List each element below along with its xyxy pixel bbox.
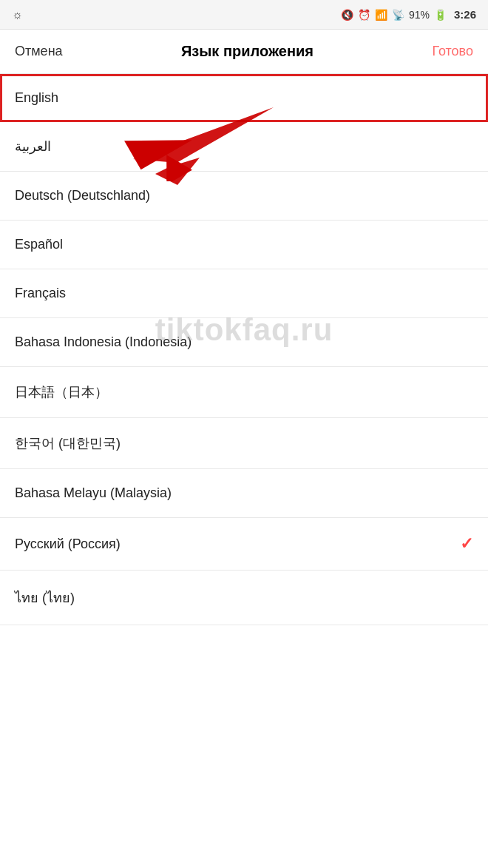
language-name: Bahasa Indonesia (Indonesia) [15, 334, 192, 350]
alarm-icon: ⏰ [358, 9, 370, 21]
status-left: ☼ [12, 8, 23, 21]
language-item[interactable]: 한국어 (대한민국) [0, 418, 488, 469]
language-item[interactable]: Русский (Россия)✓ [0, 518, 488, 571]
language-name: English [15, 90, 58, 106]
language-name: Русский (Россия) [15, 536, 121, 552]
language-item[interactable]: Bahasa Melayu (Malaysia) [0, 469, 488, 518]
language-item[interactable]: 日本語（日本） [0, 367, 488, 418]
language-item[interactable]: Français [0, 269, 488, 318]
status-bar: ☼ 🔇 ⏰ 📶 📡 91% 🔋 3:26 [0, 0, 488, 30]
selected-checkmark: ✓ [460, 534, 473, 554]
battery-percent: 91% [409, 9, 430, 21]
cancel-button[interactable]: Отмена [15, 44, 63, 59]
language-item[interactable]: Deutsch (Deutschland) [0, 172, 488, 221]
signal-icon: 📡 [392, 9, 404, 21]
language-list: EnglishالعربيةDeutsch (Deutschland)Españ… [0, 74, 488, 625]
language-item[interactable]: Español [0, 221, 488, 269]
language-name: 日本語（日本） [15, 383, 108, 401]
brightness-icon: ☼ [12, 8, 23, 21]
language-item[interactable]: العربية [0, 122, 488, 172]
language-name: Español [15, 237, 63, 252]
page-title: Язык приложения [181, 43, 314, 60]
language-name: Français [15, 286, 66, 301]
language-name: العربية [15, 138, 51, 155]
language-name: Deutsch (Deutschland) [15, 188, 150, 203]
battery-icon: 🔋 [434, 9, 447, 21]
done-button[interactable]: Готово [432, 44, 473, 59]
language-name: Bahasa Melayu (Malaysia) [15, 485, 172, 501]
time-display: 3:26 [454, 8, 476, 21]
language-item[interactable]: English [0, 74, 488, 122]
wifi-icon: 📶 [375, 9, 387, 21]
language-item[interactable]: Bahasa Indonesia (Indonesia) [0, 318, 488, 367]
status-right: 🔇 ⏰ 📶 📡 91% 🔋 3:26 [341, 8, 476, 21]
mute-icon: 🔇 [341, 9, 353, 21]
nav-bar: Отмена Язык приложения Готово [0, 30, 488, 74]
language-item[interactable]: ไทย (ไทย) [0, 571, 488, 625]
language-name: ไทย (ไทย) [15, 587, 75, 608]
language-name: 한국어 (대한민국) [15, 434, 121, 452]
